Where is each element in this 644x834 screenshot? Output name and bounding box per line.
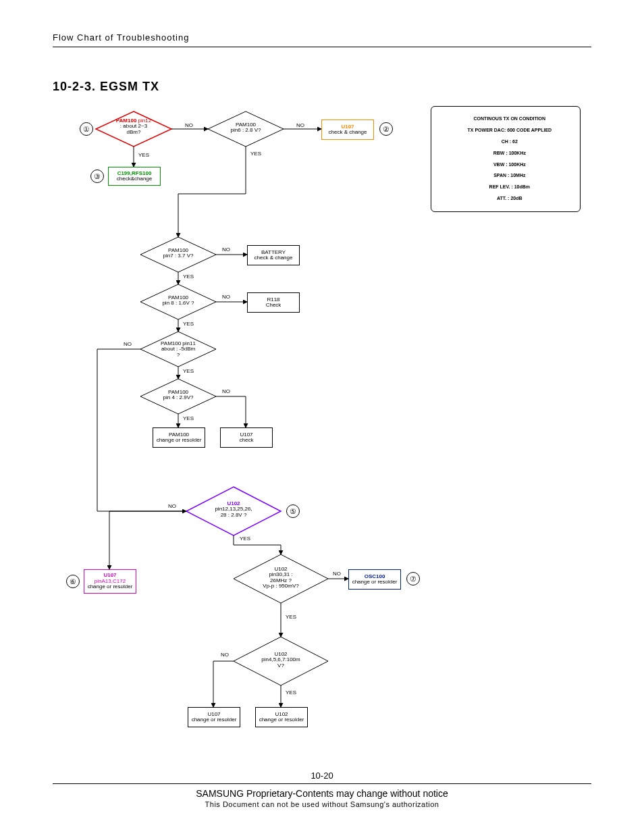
marker-2: ② (379, 122, 393, 136)
edge-no: NO (221, 294, 231, 300)
edge-no: NO (220, 652, 230, 658)
decision-u102-26mhz: U102pin30,31 :26MHz ?Vp-p : 950mV? (234, 567, 328, 590)
edge-yes: YES (182, 415, 194, 421)
process-u107-check: U107check (220, 427, 273, 448)
edge-no: NO (296, 122, 305, 128)
edge-yes: YES (285, 614, 297, 620)
process-pam100-resolder: PAM100change or resolder (153, 427, 205, 448)
edge-yes: YES (285, 689, 297, 696)
marker-1: ① (80, 122, 93, 136)
process-r118-check: R118Check (247, 292, 300, 313)
marker-3: ③ (90, 170, 104, 183)
edge-yes: YES (250, 151, 262, 157)
decision-u102-28v: U102 pin12,13,25,26,28 : 2.8V ? (186, 501, 281, 518)
process-battery-check: BATTERYcheck & change (247, 245, 300, 265)
edge-no: NO (221, 388, 231, 394)
condition-info-box: CONTINOUS TX ON CONDITION TX POWER DAC: … (431, 106, 581, 212)
decision-u102-100mv: U102pin4,5,6,7:100mV? (234, 652, 328, 669)
marker-7: ⑦ (406, 572, 420, 585)
process-osc100-resolder: OSC100 change or resolder (348, 569, 401, 590)
edge-no: NO (184, 122, 194, 128)
decision-pam100-pin4: PAM100pin 4 : 2.9V? (140, 390, 216, 401)
process-u107-pina13: U107 pinA13,C172 change or resolder (84, 569, 136, 594)
decision-pam100-pin8: PAM100pin 8 : 1.6V ? (140, 295, 216, 307)
process-u107-resolder-2: U107change or resolder (188, 707, 240, 727)
footer-authorization: This Document can not be used without Sa… (53, 800, 591, 808)
process-u107-check-change: U107 check & change (321, 120, 374, 140)
footer-proprietary: SAMSUNG Proprietary-Contents may change … (53, 788, 591, 799)
marker-5: ⑤ (286, 504, 300, 518)
edge-no: NO (332, 571, 342, 577)
section-title: 10-2-3. EGSM TX (53, 80, 591, 94)
marker-6: ⑥ (66, 575, 80, 588)
edge-yes: YES (138, 152, 150, 158)
page-number: 10-20 (53, 771, 591, 784)
process-u102-resolder: U102change or resolder (255, 707, 308, 727)
edge-yes: YES (239, 536, 251, 542)
edge-yes: YES (182, 321, 194, 327)
decision-pam100-pin7: PAM100pin7 : 3.7 V? (140, 248, 216, 259)
decision-pam100-pin6: PAM100pin6 : 2.8 V? (208, 122, 284, 134)
decision-pam100-pin11: PAM100 pin11about : -5dBm? (140, 341, 216, 358)
decision-pam100-pin12: PAM100 pin12 : about 2~3 dBm? (96, 118, 171, 135)
flowchart-canvas: CONTINOUS TX ON CONDITION TX POWER DAC: … (53, 106, 591, 768)
edge-no: NO (167, 503, 177, 509)
edge-no: NO (221, 246, 231, 253)
edge-yes: YES (182, 368, 194, 374)
edge-no: NO (123, 341, 132, 347)
running-head: Flow Chart of Troubleshooting (53, 32, 591, 47)
process-c199-rfs100: C199,RFS100 check&change (108, 167, 161, 186)
edge-yes: YES (182, 273, 194, 280)
